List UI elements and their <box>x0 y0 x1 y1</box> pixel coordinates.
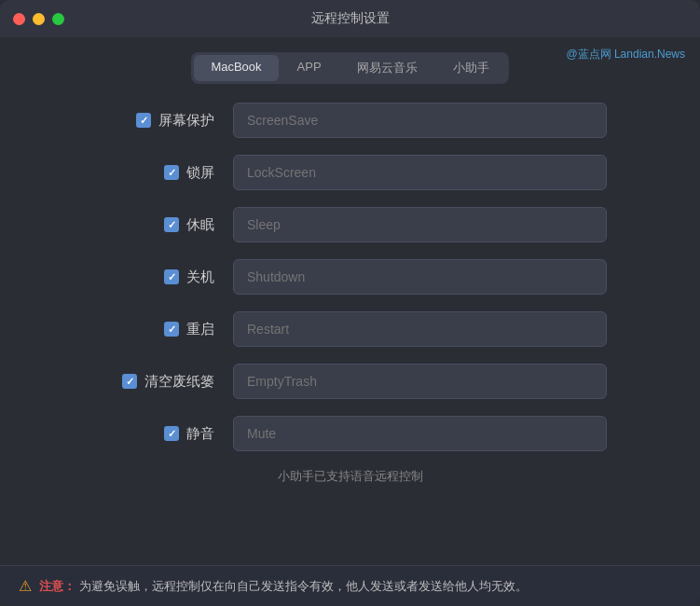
label-text-restart: 重启 <box>186 321 214 338</box>
tab-macbook[interactable]: MacBook <box>194 55 278 81</box>
checkbox-screensave[interactable] <box>136 113 151 128</box>
checkbox-mute[interactable] <box>164 426 179 441</box>
label-text-sleep: 休眠 <box>186 216 214 234</box>
form-content: 屏幕保护 锁屏 休眠 关机 重启 清空废纸篓 <box>0 103 700 565</box>
row-restart: 重启 <box>93 311 607 347</box>
close-button[interactable] <box>13 13 25 25</box>
tab-music[interactable]: 网易云音乐 <box>340 55 434 81</box>
input-mute[interactable] <box>233 416 607 451</box>
label-text-screensave: 屏幕保护 <box>158 112 214 130</box>
label-text-shutdown: 关机 <box>186 269 214 286</box>
label-lockscreen: 锁屏 <box>93 164 214 182</box>
support-notice: 小助手已支持语音远程控制 <box>93 468 607 485</box>
warning-icon: ⚠ <box>19 577 32 595</box>
watermark: @蓝点网 Landian.News <box>566 47 685 62</box>
input-emptytrash[interactable] <box>233 364 607 399</box>
input-screensave[interactable] <box>233 103 607 138</box>
row-mute: 静音 <box>93 416 607 451</box>
checkbox-restart[interactable] <box>164 322 179 337</box>
checkbox-lockscreen[interactable] <box>164 165 179 180</box>
minimize-button[interactable] <box>33 13 45 25</box>
input-lockscreen[interactable] <box>233 155 607 190</box>
input-shutdown[interactable] <box>233 259 607 295</box>
label-emptytrash: 清空废纸篓 <box>93 373 214 391</box>
window-controls <box>13 13 64 25</box>
checkbox-sleep[interactable] <box>164 217 179 232</box>
label-mute: 静音 <box>93 425 214 443</box>
label-text-mute: 静音 <box>186 425 214 443</box>
warning-label: 注意： <box>39 579 75 593</box>
label-text-emptytrash: 清空废纸篓 <box>144 373 214 391</box>
label-text-lockscreen: 锁屏 <box>186 164 214 182</box>
row-sleep: 休眠 <box>93 207 607 242</box>
row-screensave: 屏幕保护 <box>93 103 607 138</box>
label-shutdown: 关机 <box>93 269 214 286</box>
row-emptytrash: 清空废纸篓 <box>93 364 607 399</box>
row-shutdown: 关机 <box>93 259 607 295</box>
checkbox-emptytrash[interactable] <box>122 374 137 389</box>
tab-bar: MacBook APP 网易云音乐 小助手 <box>191 52 508 84</box>
label-restart: 重启 <box>93 321 214 338</box>
label-sleep: 休眠 <box>93 216 214 234</box>
row-lockscreen: 锁屏 <box>93 155 607 190</box>
tab-assistant[interactable]: 小助手 <box>436 55 506 81</box>
maximize-button[interactable] <box>52 13 64 25</box>
window-title: 远程控制设置 <box>311 10 390 27</box>
titlebar: 远程控制设置 <box>0 0 700 37</box>
input-sleep[interactable] <box>233 207 607 242</box>
label-screensave: 屏幕保护 <box>93 112 214 130</box>
warning-bar: ⚠ 注意： 为避免误触，远程控制仅在向自己发送指令有效，他人发送或者发送给他人均… <box>0 565 700 606</box>
input-restart[interactable] <box>233 311 607 347</box>
warning-text: 为避免误触，远程控制仅在向自己发送指令有效，他人发送或者发送给他人均无效。 <box>79 579 528 593</box>
tab-app[interactable]: APP <box>281 55 338 81</box>
checkbox-shutdown[interactable] <box>164 269 179 284</box>
